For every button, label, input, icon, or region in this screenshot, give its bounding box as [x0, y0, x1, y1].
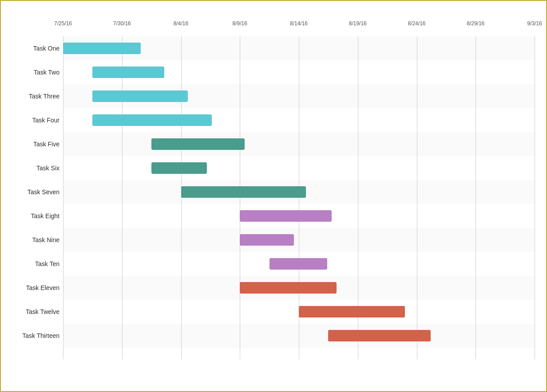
gantt-wrapper: Task OneTask TwoTask ThreeTask FourTask …: [10, 20, 535, 359]
date-header: 7/25/167/30/168/4/168/9/168/14/168/19/16…: [63, 20, 535, 36]
gantt-chart: 7/25/167/30/168/4/168/9/168/14/168/19/16…: [63, 20, 535, 359]
gantt-bar-3: [92, 114, 211, 126]
task-label-12: Task Thirteen: [10, 324, 63, 348]
task-label-2: Task Three: [10, 84, 63, 108]
gantt-bar-5: [151, 162, 207, 174]
task-label-7: Task Eight: [10, 204, 63, 228]
task-label-0: Task One: [10, 36, 63, 60]
gantt-body: [63, 36, 535, 359]
task-labels: Task OneTask TwoTask ThreeTask FourTask …: [10, 20, 63, 359]
grid-line-0: [63, 36, 63, 359]
gantt-bar-11: [299, 306, 405, 318]
gantt-bar-9: [270, 258, 327, 270]
grid-line-6: [417, 36, 417, 359]
date-label-8: 9/3/16: [527, 20, 542, 27]
date-label-7: 8/29/16: [467, 20, 484, 27]
grid-line-8: [535, 36, 535, 359]
task-label-10: Task Eleven: [10, 276, 63, 300]
gantt-bar-2: [92, 90, 188, 102]
grid-line-2: [181, 36, 182, 359]
gantt-bar-1: [92, 67, 164, 78]
task-label-5: Task Six: [10, 156, 63, 180]
task-label-3: Task Four: [10, 108, 63, 132]
gantt-bar-7: [240, 210, 332, 222]
gantt-bar-6: [181, 186, 306, 198]
grid-line-3: [240, 36, 240, 359]
task-label-1: Task Two: [10, 60, 63, 84]
gantt-bar-10: [240, 282, 337, 294]
task-label-11: Task Twelve: [10, 300, 63, 324]
date-label-1: 7/30/16: [113, 20, 131, 27]
gantt-bar-8: [240, 234, 294, 246]
date-label-4: 8/14/16: [290, 20, 308, 27]
date-label-0: 7/25/16: [54, 20, 72, 27]
task-label-6: Task Seven: [10, 180, 63, 204]
date-label-5: 8/19/16: [349, 20, 367, 27]
date-label-2: 8/4/16: [174, 20, 188, 27]
grid-line-7: [476, 36, 476, 359]
date-label-6: 8/24/16: [408, 20, 425, 27]
task-label-8: Task Nine: [10, 228, 63, 252]
gantt-bar-0: [63, 43, 141, 54]
chart-container: Task OneTask TwoTask ThreeTask FourTask …: [1, 1, 547, 392]
grid-line-1: [122, 36, 123, 359]
gantt-bar-4: [151, 138, 245, 150]
date-label-3: 8/9/16: [233, 20, 247, 27]
task-label-4: Task Five: [10, 132, 63, 156]
gantt-bar-12: [328, 330, 431, 341]
task-label-9: Task Ten: [10, 252, 63, 276]
